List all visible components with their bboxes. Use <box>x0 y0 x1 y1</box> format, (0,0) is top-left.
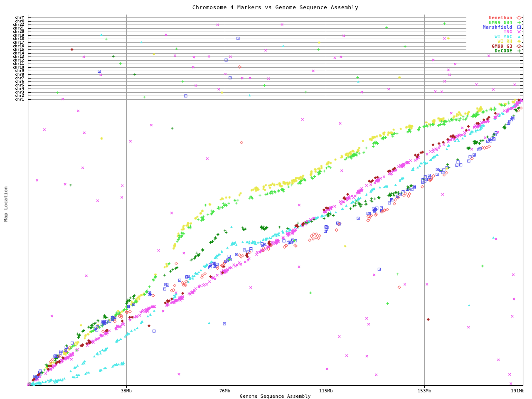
wi-rh-marker-icon <box>516 39 522 44</box>
legend-label: DeCODE <box>495 48 512 54</box>
chromosome-label-chr13: chr13 <box>0 55 24 58</box>
chromosome-label-chr8: chr8 <box>0 73 24 76</box>
genethon-marker-icon <box>516 15 522 20</box>
chromosome-label-chrY: chrY <box>0 16 24 19</box>
legend: GenethonGM99 GB4MarshfieldTNGWI YACWI RH… <box>466 15 522 53</box>
x-tick-label-115Mb: 115Mb <box>316 388 335 394</box>
chromosome-label-chr1: chr1 <box>0 98 24 101</box>
x-tick-label-153Mb: 153Mb <box>415 388 434 394</box>
gm99-g3-marker-icon <box>516 44 522 49</box>
x-tick-label-191Mb: 191Mb <box>505 388 525 394</box>
tng-marker-icon <box>516 30 522 34</box>
y-axis-label: Map Location <box>3 179 9 229</box>
marshfield-marker-icon <box>516 25 522 30</box>
gm99-gb4-marker-icon <box>516 20 522 25</box>
chromosome-label-chr6: chr6 <box>0 80 24 83</box>
legend-item-marshfield: Marshfield <box>466 25 522 30</box>
wi-yac-marker-icon <box>516 34 522 39</box>
chart-title: Chromosome 4 Markers vs Genome Sequence … <box>28 4 523 10</box>
genome-plot-page: { "title": "Chromosome 4 Markers vs Geno… <box>0 0 532 399</box>
decode-marker-icon <box>516 49 522 53</box>
x-axis-label: Genome Sequence Assembly <box>28 394 523 399</box>
chromosome-label-chr15: chr15 <box>0 48 24 51</box>
legend-item-gm99-g3: GM99 G3 <box>466 44 522 48</box>
legend-item-wi-yac: WI YAC <box>466 34 522 39</box>
chromosome-label-chr22: chr22 <box>0 23 24 26</box>
x-tick-label-38Mb: 38Mb <box>117 388 136 394</box>
chart-plot-canvas <box>0 0 532 399</box>
x-tick-label-76Mb: 76Mb <box>215 388 234 394</box>
legend-item-tng: TNG <box>466 30 522 34</box>
legend-item-decode: DeCODE <box>466 49 522 53</box>
chromosome-label-chr17: chr17 <box>0 41 24 44</box>
